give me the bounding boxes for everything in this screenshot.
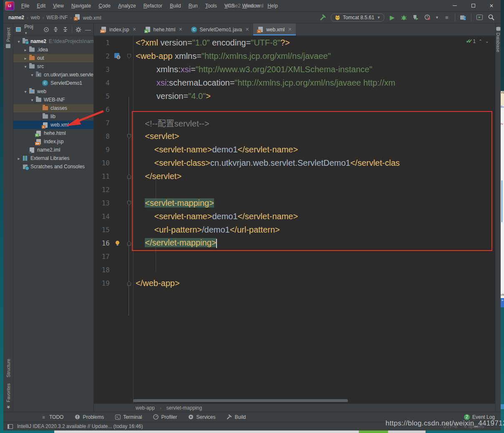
run-with-coverage-button[interactable] [412, 14, 419, 21]
tree-item-classes[interactable]: classes [13, 104, 93, 112]
code-line[interactable]: 7 <!--配置servlet--> [94, 116, 495, 129]
tab-servletdemo1-java[interactable]: CServletDemo1.java✕ [187, 23, 254, 35]
profiler-button[interactable] [423, 14, 431, 21]
tree-item-web-inf[interactable]: ▾WEB-INF [13, 96, 93, 104]
tool-window-button-build[interactable]: Build [227, 414, 246, 420]
next-problem-icon[interactable]: ⌃ [485, 39, 489, 43]
close-tab-icon[interactable]: ✕ [179, 27, 182, 32]
tool-window-button-todo[interactable]: ≡TODO [41, 414, 63, 420]
event-log-button[interactable]: 2Event Log [464, 414, 495, 420]
tab-hehe-html[interactable]: Hhehe.html✕ [141, 23, 187, 35]
menu-file[interactable]: File [18, 0, 33, 12]
code-line[interactable]: 1<?xml version="1.0" encoding="UTF-8"?> [94, 36, 495, 49]
search-everywhere-icon[interactable] [487, 14, 495, 21]
close-tab-icon[interactable]: ✕ [245, 27, 249, 32]
breadcrumb-web-xml[interactable]: xweb.xml [73, 14, 102, 21]
collapse-all-icon[interactable] [62, 26, 68, 33]
code-line[interactable]: 3 xmlns:xsi="http://www.w3.org/2001/XMLS… [94, 63, 495, 76]
tree-item-idea[interactable]: ▸.idea [13, 46, 93, 54]
tree-item-name2[interactable]: ▾name2E:\IdeaProjects\name2 [13, 37, 93, 46]
project-view-selector[interactable]: Proj ▼ [24, 24, 37, 35]
status-widget-utf-8[interactable]: UTF-8 [443, 423, 457, 429]
tree-item-web[interactable]: ▾web [13, 87, 93, 96]
tool-window-button-services[interactable]: Services [188, 414, 216, 420]
menu-run[interactable]: Run [185, 0, 202, 12]
tool-window-button-terminal[interactable]: Terminal [115, 414, 142, 420]
close-tab-icon[interactable]: ✕ [288, 27, 292, 32]
breadcrumb-web-inf[interactable]: WEB-INF [45, 15, 68, 20]
menu-build[interactable]: Build [166, 0, 185, 12]
code-line[interactable]: 6 [94, 103, 495, 116]
run-button[interactable]: ▶ [388, 14, 396, 21]
tool-window-button-problems[interactable]: Problems [74, 414, 104, 420]
code-line[interactable]: 11 </servlet> [94, 170, 495, 183]
maximize-button[interactable] [464, 0, 482, 12]
tree-item-servletdemo1[interactable]: CServletDemo1 [13, 79, 93, 87]
menu-help[interactable]: Help [264, 0, 282, 12]
locate-file-icon[interactable] [43, 26, 50, 33]
editor-breadcrumb-web-app[interactable]: web-app [136, 405, 155, 411]
tool-window-favorites[interactable]: ★Favorites [5, 383, 11, 410]
tool-window-project[interactable]: Project [6, 28, 11, 48]
code-line[interactable]: 19</web-app> [94, 276, 495, 290]
webapp-icon[interactable] [110, 53, 125, 59]
chevron-closed-icon[interactable]: ▸ [23, 56, 28, 61]
tool-window-button-profiler[interactable]: Profiler [153, 414, 177, 420]
menu-code[interactable]: Code [95, 0, 114, 12]
tree-item-index-jsp[interactable]: JSPindex.jsp [13, 137, 93, 146]
code-line[interactable]: 4 xsi:schemaLocation="http://xmlns.jcp.o… [94, 76, 495, 89]
fold-end-icon[interactable] [125, 281, 133, 286]
chevron-open-icon[interactable]: ▾ [29, 98, 35, 102]
settings-gear-icon[interactable] [76, 26, 82, 33]
code-line[interactable]: 18 [94, 263, 495, 276]
code-line[interactable]: 9 <servlet-name>demo1</servlet-name> [94, 143, 495, 156]
code-line[interactable]: 8 <servlet> [94, 129, 495, 143]
minimize-button[interactable] [446, 0, 464, 12]
tree-item-hehe-html[interactable]: Hhehe.html [13, 129, 93, 137]
restore-windows-icon[interactable] [8, 424, 13, 429]
tab-web-xml[interactable]: xweb.xml✕ [253, 23, 296, 35]
debug-button[interactable] [400, 14, 408, 21]
code-line[interactable]: 15 <url-pattern>/demo1</url-pattern> [94, 223, 495, 236]
hide-panel-icon[interactable]: — [85, 26, 91, 33]
menu-navigate[interactable]: Navigate [68, 0, 95, 12]
code-line[interactable]: 16 </servlet-mapping> [94, 236, 495, 250]
menu-refactor[interactable]: Refactor [140, 0, 166, 12]
status-right-widgets[interactable]: UTF-84 spaces [443, 423, 496, 429]
tree-item-web-xml[interactable]: xweb.xml [13, 121, 93, 129]
chevron-open-icon[interactable]: ▾ [16, 39, 22, 44]
menu-edit[interactable]: Edit [33, 0, 49, 12]
fold-start-icon[interactable] [125, 53, 133, 59]
project-structure-icon[interactable] [459, 14, 467, 21]
chevron-open-icon[interactable]: ▾ [23, 89, 28, 94]
tree-item-out[interactable]: ▸out [13, 54, 93, 62]
status-message[interactable]: IntelliJ IDEA 2020.3.2 available // Upda… [17, 423, 143, 429]
code-line[interactable]: 2<web-app xmlns="http://xmlns.jcp.org/xm… [94, 49, 495, 63]
fold-start-icon[interactable] [125, 200, 133, 206]
menu-analyze[interactable]: Analyze [114, 0, 140, 12]
breadcrumb-web[interactable]: web [30, 15, 41, 20]
tool-window-structure[interactable]: Structure [6, 359, 11, 377]
horizontal-scrollbar[interactable] [133, 399, 348, 402]
tree-item-scratches-and-consoles[interactable]: Scratches and Consoles [13, 162, 93, 171]
code-area[interactable]: 1<?xml version="1.0" encoding="UTF-8"?>2… [94, 36, 495, 403]
expand-all-icon[interactable] [53, 26, 59, 33]
chevron-open-icon[interactable]: ▾ [29, 73, 35, 77]
build-hammer-icon[interactable] [319, 14, 327, 21]
code-line[interactable]: 5 version="4.0"> [94, 89, 495, 103]
code-line[interactable]: 12 [94, 183, 495, 196]
tree-item-external-libraries[interactable]: ▸External Libraries [13, 154, 93, 162]
run-configuration-select[interactable]: Tomcat 8.5.61 ▼ [331, 13, 384, 22]
tree-item-lib[interactable]: lib [13, 112, 93, 121]
code-line[interactable]: 13 <servlet-mapping> [94, 196, 495, 210]
tree-item-name2-iml[interactable]: name2.iml [13, 146, 93, 154]
fold-end-icon[interactable] [125, 174, 133, 179]
code-line[interactable]: 10 <servlet-class>cn.utkvrjan.web.servle… [94, 156, 495, 170]
close-tab-icon[interactable]: ✕ [132, 27, 136, 32]
bulb-icon[interactable] [110, 240, 125, 246]
code-line[interactable]: 14 <servlet-name>demo1</servlet-name> [94, 210, 495, 223]
editor-breadcrumb-servlet-mapping[interactable]: servlet-mapping [166, 405, 202, 411]
prev-problem-icon[interactable]: ⌃ [479, 39, 482, 43]
tool-window-database[interactable]: Database [496, 27, 501, 52]
status-widget-4-spaces[interactable]: 4 spaces [464, 423, 484, 429]
